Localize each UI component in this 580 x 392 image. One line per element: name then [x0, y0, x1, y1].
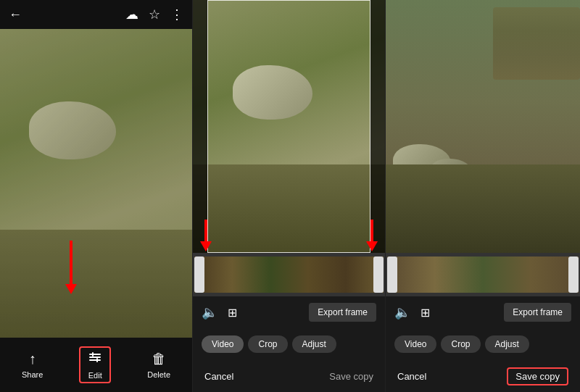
svg-rect-0	[89, 354, 101, 355]
tab-adjust-2[interactable]: Adjust	[292, 335, 336, 353]
timeline-controls-2: 🔈 ⊞ Export frame	[193, 296, 385, 328]
cancel-button-3[interactable]: Cancel	[397, 371, 426, 382]
red-arrow-1	[65, 241, 77, 294]
timeline-handle-left-3[interactable]	[387, 257, 397, 293]
timeline-inner-3	[387, 257, 579, 293]
grid-icon-3[interactable]: ⊞	[420, 306, 430, 320]
video-area-2	[193, 0, 385, 253]
edit-label: Edit	[88, 371, 102, 380]
share-icon: ↑	[29, 351, 36, 367]
timeline-inner-2	[194, 257, 384, 293]
tab-video-3[interactable]: Video	[394, 335, 436, 353]
svg-rect-1	[89, 356, 101, 358]
save-copy-button-3[interactable]: Save copy	[507, 367, 568, 385]
volume-icon-2[interactable]: 🔈	[202, 304, 218, 320]
edit-icon	[88, 350, 102, 368]
svg-rect-2	[89, 359, 101, 361]
more-icon[interactable]: ⋮	[170, 7, 183, 22]
share-label: Share	[22, 370, 43, 379]
bottom-toolbar-1: ↑ Share Edit 🗑 Delete	[0, 338, 192, 392]
bottom-actions-3: Cancel Save copy	[386, 360, 580, 392]
timeline-controls-3: 🔈 ⊞ Export frame	[386, 296, 580, 328]
video-area-3	[386, 0, 580, 253]
cloud-icon[interactable]: ☁	[125, 7, 138, 22]
crop-overlay-right	[370, 0, 385, 253]
crop-frame	[207, 0, 370, 253]
save-copy-button-2[interactable]: Save copy	[329, 371, 373, 382]
top-bar-1: ← ☁ ☆ ⋮	[0, 0, 192, 29]
star-icon[interactable]: ☆	[149, 7, 160, 22]
tabs-bar-3: Video Crop Adjust	[386, 328, 580, 360]
export-frame-button-3[interactable]: Export frame	[504, 303, 571, 322]
export-frame-button-2[interactable]: Export frame	[309, 303, 376, 322]
tab-adjust-3[interactable]: Adjust	[485, 335, 529, 353]
cancel-button-2[interactable]: Cancel	[204, 371, 233, 382]
panel-3: 🔈 ⊞ Export frame Video Crop Adjust Cance…	[386, 0, 580, 392]
video-area-1	[0, 29, 192, 338]
delete-label: Delete	[147, 370, 170, 379]
panel-1: ← ☁ ☆ ⋮ ↑ Share	[0, 0, 193, 392]
tab-video-2[interactable]: Video	[202, 335, 244, 353]
timeline-handle-right-3[interactable]	[568, 257, 579, 293]
panel-2: 🔈 ⊞ Export frame Video Crop Adjust Cance…	[193, 0, 386, 392]
tab-crop-3[interactable]: Crop	[441, 335, 480, 353]
share-button[interactable]: ↑ Share	[14, 348, 50, 382]
back-icon[interactable]: ←	[9, 7, 22, 22]
grid-icon-2[interactable]: ⊞	[228, 306, 237, 320]
tab-crop-2[interactable]: Crop	[248, 335, 287, 353]
edit-button[interactable]: Edit	[79, 346, 111, 383]
bottom-actions-2: Cancel Save copy	[193, 360, 385, 392]
red-arrow-left-2	[200, 220, 212, 251]
timeline-strip-3	[386, 253, 580, 296]
svg-rect-3	[92, 352, 94, 356]
svg-rect-4	[96, 358, 98, 362]
timeline-handle-right[interactable]	[373, 257, 384, 293]
tabs-bar-2: Video Crop Adjust	[193, 328, 385, 360]
ground-3	[386, 164, 580, 253]
delete-button[interactable]: 🗑 Delete	[140, 348, 178, 382]
red-arrow-right-2	[366, 220, 378, 251]
delete-icon: 🗑	[152, 351, 166, 367]
crop-overlay-left	[193, 0, 207, 253]
blur-layer-1	[0, 29, 192, 338]
timeline-strip-2	[193, 253, 385, 296]
video-background-1	[0, 29, 192, 338]
volume-icon-3[interactable]: 🔈	[394, 304, 410, 320]
timeline-handle-left[interactable]	[194, 257, 204, 293]
